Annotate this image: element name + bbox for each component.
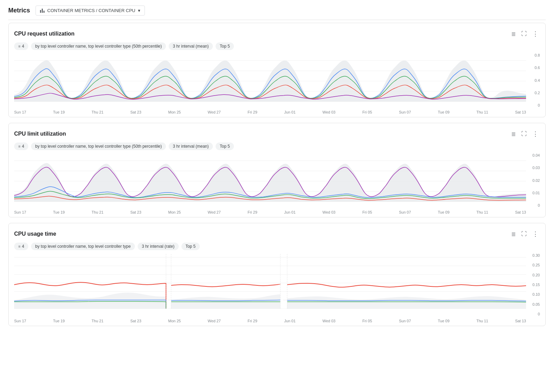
filter-count-3[interactable]: ≡ 4 (14, 243, 28, 250)
x-axis-2: Sun 17 Tue 19 Thu 21 Sat 23 Mon 25 Wed 2… (14, 209, 526, 214)
chart-svg-2: Sun 17 Tue 19 Thu 21 Sat 23 Mon 25 Wed 2… (14, 154, 526, 214)
more-button-2[interactable]: ⋮ (531, 129, 540, 139)
chart-header-3: CPU usage time ≣ ⛶ ⋮ (9, 229, 545, 243)
filter-count-1[interactable]: ≡ 4 (14, 42, 28, 50)
expand-icon-2: ⛶ (521, 131, 527, 137)
expand-icon-3: ⛶ (521, 231, 527, 237)
chart-icon (40, 9, 44, 13)
chart-area-2: Sun 17 Tue 19 Thu 21 Sat 23 Mon 25 Wed 2… (9, 154, 545, 214)
chart-container-3: Sun 17 Tue 19 Thu 21 Sat 23 Mon 25 Wed 2… (14, 254, 540, 323)
expand-button-3[interactable]: ⛶ (520, 229, 528, 238)
chart-actions-3: ≣ ⛶ ⋮ (510, 229, 540, 239)
legend-button-2[interactable]: ≣ (510, 129, 517, 139)
expand-icon-1: ⛶ (521, 31, 527, 37)
breadcrumb-label: CONTAINER METRICS / CONTAINER CPU (47, 8, 135, 13)
more-button-3[interactable]: ⋮ (531, 229, 540, 239)
chart-title-2: CPU limit utilization (14, 131, 66, 137)
filter-icon-2: ≡ (18, 144, 20, 148)
chart-svg-3: Sun 17 Tue 19 Thu 21 Sat 23 Mon 25 Wed 2… (14, 254, 526, 323)
legend-button-1[interactable]: ≣ (510, 29, 517, 39)
x-axis-1: Sun 17 Tue 19 Thu 21 Sat 23 Mon 25 Wed 2… (14, 109, 526, 114)
filter-interval-1[interactable]: 3 hr interval (mean) (169, 42, 213, 50)
chart-graph-3 (14, 254, 526, 317)
header: Metrics CONTAINER METRICS / CONTAINER CP… (8, 6, 546, 20)
y-axis-2: 0.04 0.03 0.02 0.01 0 (526, 154, 540, 214)
legend-icon-2: ≣ (511, 131, 516, 137)
x-axis-3: Sun 17 Tue 19 Thu 21 Sat 23 Mon 25 Wed 2… (14, 317, 526, 323)
chart-graph-2 (14, 154, 526, 209)
filter-label-1[interactable]: by top level controller name, top level … (31, 42, 166, 50)
more-icon-1: ⋮ (532, 30, 538, 38)
more-icon-3: ⋮ (532, 230, 538, 238)
chart-filters-3: ≡ 4 by top level controller name, top le… (9, 243, 545, 254)
page-title: Metrics (8, 7, 30, 14)
chart-area-1: Sun 17 Tue 19 Thu 21 Sat 23 Mon 25 Wed 2… (9, 53, 545, 114)
chart-header-2: CPU limit utilization ≣ ⛶ ⋮ (9, 129, 545, 143)
more-icon-2: ⋮ (532, 130, 538, 138)
filter-label-2[interactable]: by top level controller name, top level … (31, 143, 166, 150)
expand-button-2[interactable]: ⛶ (520, 129, 528, 138)
expand-button-1[interactable]: ⛶ (520, 29, 528, 38)
chart-filters-2: ≡ 4 by top level controller name, top le… (9, 143, 545, 154)
breadcrumb-button[interactable]: CONTAINER METRICS / CONTAINER CPU ▾ (36, 6, 145, 16)
chart-header-1: CPU request utilization ≣ ⛶ ⋮ (9, 29, 545, 42)
chart-graph-1 (14, 53, 526, 109)
chart-container-2: Sun 17 Tue 19 Thu 21 Sat 23 Mon 25 Wed 2… (14, 154, 540, 214)
chart-svg-1: Sun 17 Tue 19 Thu 21 Sat 23 Mon 25 Wed 2… (14, 53, 526, 114)
chart-container-1: Sun 17 Tue 19 Thu 21 Sat 23 Mon 25 Wed 2… (14, 53, 540, 114)
filter-icon-1: ≡ (18, 44, 20, 48)
filter-top-2[interactable]: Top 5 (216, 143, 234, 150)
cpu-request-panel: CPU request utilization ≣ ⛶ ⋮ ≡ 4 by top… (8, 23, 546, 117)
filter-top-1[interactable]: Top 5 (216, 42, 234, 50)
chart-area-3: Sun 17 Tue 19 Thu 21 Sat 23 Mon 25 Wed 2… (9, 254, 545, 323)
filter-top-3[interactable]: Top 5 (181, 243, 200, 250)
legend-button-3[interactable]: ≣ (510, 229, 517, 239)
filter-label-3[interactable]: by top level controller name, top level … (31, 243, 135, 250)
chart-title-3: CPU usage time (14, 231, 56, 237)
chart-title-1: CPU request utilization (14, 31, 75, 37)
filter-icon-3: ≡ (18, 244, 20, 248)
y-axis-3: 0.30 0.25 0.20 0.15 0.10 0.05 0 (526, 254, 540, 323)
chart-actions-2: ≣ ⛶ ⋮ (510, 129, 540, 139)
y-axis-1: 0.8 0.6 0.4 0.2 0 (526, 53, 540, 114)
cpu-limit-panel: CPU limit utilization ≣ ⛶ ⋮ ≡ 4 by top l… (8, 123, 546, 217)
chart-filters-1: ≡ 4 by top level controller name, top le… (9, 42, 545, 53)
filter-count-2[interactable]: ≡ 4 (14, 143, 28, 150)
chevron-down-icon: ▾ (138, 8, 140, 13)
chart-actions-1: ≣ ⛶ ⋮ (510, 29, 540, 39)
cpu-usage-panel: CPU usage time ≣ ⛶ ⋮ ≡ 4 by top level co… (8, 223, 546, 326)
legend-icon-1: ≣ (511, 31, 516, 37)
page: Metrics CONTAINER METRICS / CONTAINER CP… (0, 0, 554, 392)
filter-interval-2[interactable]: 3 hr interval (mean) (169, 143, 213, 150)
filter-interval-3[interactable]: 3 hr interval (rate) (138, 243, 179, 250)
legend-icon-3: ≣ (511, 231, 516, 237)
more-button-1[interactable]: ⋮ (531, 29, 540, 39)
